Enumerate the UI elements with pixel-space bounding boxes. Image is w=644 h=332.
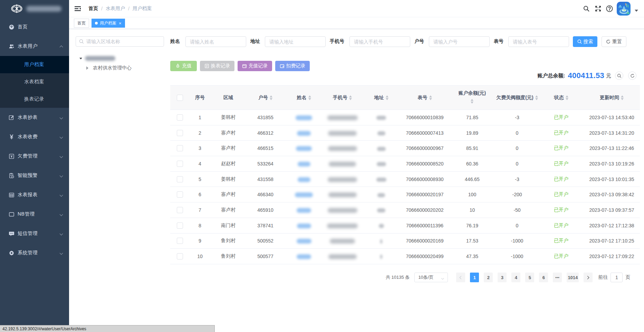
sort-carets-icon[interactable] <box>535 94 538 102</box>
tree-node-rural-water-center[interactable]: 农村供水管理中心 <box>86 65 132 71</box>
prev-page-button[interactable] <box>456 273 465 282</box>
sidebar-item-smart-alert[interactable]: 智能预警 <box>0 166 69 185</box>
select-all-checkbox[interactable] <box>177 95 183 101</box>
name-redacted-link[interactable] <box>298 162 310 167</box>
region-search-input[interactable] <box>86 39 164 44</box>
cell-name[interactable] <box>285 110 323 125</box>
row-checkbox[interactable] <box>177 176 183 182</box>
sort-carets-icon[interactable] <box>349 94 352 102</box>
fullscreen-icon[interactable] <box>595 6 601 12</box>
deduction-records-button[interactable]: 扣费记录 <box>275 61 310 71</box>
recharge-records-button[interactable]: 充值记录 <box>238 61 272 71</box>
sidebar-item-meter-billing[interactable]: 水表收费 <box>0 127 69 146</box>
sort-carets-icon[interactable] <box>386 94 388 102</box>
tree-caret-collapsed-icon[interactable] <box>86 66 90 70</box>
name-redacted-link[interactable] <box>297 208 311 213</box>
recharge-button[interactable]: 充值 <box>170 61 197 71</box>
filter-input-address[interactable] <box>265 36 326 47</box>
col-header-status[interactable]: 状态 <box>539 86 584 110</box>
cell-name[interactable] <box>285 187 323 202</box>
col-header-balance[interactable]: 账户余额(元) <box>449 86 496 110</box>
balance-refresh-button[interactable] <box>628 72 636 80</box>
goto-page-input[interactable] <box>611 273 623 282</box>
header-search-icon[interactable] <box>583 6 589 12</box>
filter-input-phone[interactable] <box>349 36 410 47</box>
page-button-1014[interactable]: 1014 <box>567 273 579 282</box>
row-checkbox[interactable] <box>177 222 183 229</box>
page-button-5[interactable]: 5 <box>525 273 534 282</box>
sidebar-item-arrears-mgmt[interactable]: 欠费管理 <box>0 146 69 166</box>
filter-input-account[interactable] <box>429 36 490 47</box>
page-button-1[interactable]: 1 <box>470 273 479 282</box>
cell-name[interactable] <box>285 249 323 264</box>
name-redacted-link[interactable] <box>298 177 310 182</box>
breadcrumb-water-users[interactable]: 水表用户 <box>106 6 125 12</box>
sort-carets-icon[interactable] <box>621 94 624 102</box>
name-redacted-link[interactable] <box>297 254 311 259</box>
sidebar-subitem-meter-archives[interactable]: 水表档案 <box>0 73 69 91</box>
name-redacted-link[interactable] <box>297 239 311 244</box>
cell-name[interactable] <box>285 171 323 187</box>
cell-name[interactable] <box>285 233 323 249</box>
search-button[interactable]: 搜索 <box>573 36 597 47</box>
sidebar-item-system-mgmt[interactable]: 系统管理 <box>0 243 69 263</box>
reset-button[interactable]: 重置 <box>602 36 626 47</box>
page-button-2[interactable]: 2 <box>484 273 493 282</box>
row-checkbox[interactable] <box>177 238 183 244</box>
col-header-name[interactable]: 姓名 <box>285 86 323 110</box>
tree-node-root[interactable] <box>79 56 115 61</box>
tree-caret-expanded-icon[interactable] <box>79 58 82 61</box>
row-checkbox[interactable] <box>177 114 183 121</box>
page-ellipsis-button[interactable]: ••• <box>553 273 562 282</box>
col-header-updated[interactable]: 更新时间 <box>584 86 640 110</box>
filter-input-name[interactable] <box>185 36 246 47</box>
tab-user-archives[interactable]: 用户档案× <box>92 19 125 28</box>
sidebar-item-home[interactable]: 首页 <box>0 17 69 37</box>
page-button-4[interactable]: 4 <box>511 273 520 282</box>
filter-input-meter[interactable] <box>508 36 569 47</box>
sidebar-collapse-icon[interactable] <box>74 5 81 12</box>
tab-close-icon[interactable]: × <box>119 21 122 26</box>
sidebar-item-water-users[interactable]: 水表用户 <box>0 37 69 56</box>
tab-home[interactable]: 首页 <box>74 19 89 28</box>
row-checkbox[interactable] <box>177 130 183 136</box>
page-button-6[interactable]: 6 <box>539 273 548 282</box>
meter-swap-records-button[interactable]: 换表记录 <box>200 61 234 71</box>
col-header-account[interactable]: 户号 <box>246 86 285 110</box>
name-redacted-link[interactable] <box>295 192 313 197</box>
sidebar-subitem-user-archives[interactable]: 用户档案 <box>0 56 69 73</box>
sidebar-item-meter-reading[interactable]: 水表抄表 <box>0 108 69 127</box>
breadcrumb-home[interactable]: 首页 <box>88 6 98 12</box>
col-header-valve-limit[interactable]: 欠费关阀额度(元) <box>496 86 539 110</box>
sort-carets-icon[interactable] <box>429 94 432 102</box>
col-header-address[interactable]: 地址 <box>362 86 401 110</box>
balance-search-button[interactable] <box>615 72 623 80</box>
sort-carets-icon[interactable] <box>566 94 568 102</box>
sidebar-item-sms-mgmt[interactable]: 短信管理 <box>0 224 69 243</box>
cell-name[interactable] <box>285 156 323 172</box>
name-redacted-link[interactable] <box>296 115 312 120</box>
cell-name[interactable] <box>285 202 323 218</box>
row-checkbox[interactable] <box>177 191 183 198</box>
sidebar-subitem-meter-swap-records[interactable]: 换表记录 <box>0 91 69 108</box>
user-avatar[interactable] <box>617 2 631 16</box>
sidebar-item-nb-mgmt[interactable]: NB管理 <box>0 205 69 224</box>
row-checkbox[interactable] <box>177 145 183 151</box>
sidebar-item-meter-report[interactable]: 水表报表 <box>0 185 69 205</box>
name-redacted-link[interactable] <box>297 224 311 228</box>
name-redacted-link[interactable] <box>296 146 312 151</box>
cell-name[interactable] <box>285 141 323 156</box>
row-checkbox[interactable] <box>177 253 183 259</box>
row-checkbox[interactable] <box>177 161 183 167</box>
col-header-phone[interactable]: 手机号 <box>323 86 362 110</box>
page-size-select[interactable]: 10条/页 <box>414 273 448 282</box>
avatar-caret-down-icon[interactable] <box>635 10 638 13</box>
sort-carets-icon[interactable] <box>471 97 473 105</box>
sort-carets-icon[interactable] <box>308 94 311 102</box>
page-button-3[interactable]: 3 <box>498 273 507 282</box>
sort-carets-icon[interactable] <box>270 94 272 102</box>
cell-name[interactable] <box>285 125 323 141</box>
col-header-meter[interactable]: 表号 <box>401 86 449 110</box>
next-page-button[interactable] <box>584 273 593 282</box>
name-redacted-link[interactable] <box>297 131 311 136</box>
